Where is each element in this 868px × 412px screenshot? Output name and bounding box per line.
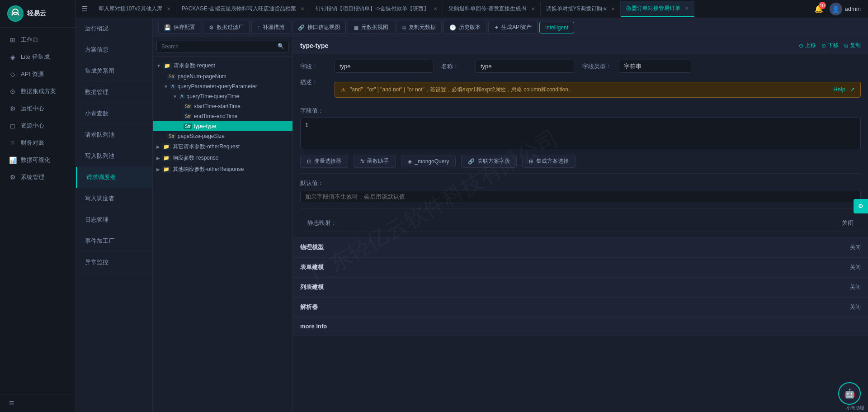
- chatbot-button[interactable]: 🤖: [838, 382, 861, 405]
- tab-1[interactable]: 即入库对接107v2其他入库 ✕: [93, 1, 176, 16]
- sidebar-item-resource[interactable]: ◻ 资源中心: [0, 117, 75, 134]
- default-value-input[interactable]: [300, 190, 861, 203]
- sidebar-item-system[interactable]: ⚙ 系统管理: [0, 169, 75, 186]
- warning-icon: ⚠: [340, 86, 346, 94]
- sidebar-item-lite[interactable]: ◈ Lite 轻集成: [0, 48, 75, 66]
- history-button[interactable]: 🕐 历史版本: [443, 21, 486, 34]
- left-panel-overview[interactable]: 运行概况: [76, 18, 152, 39]
- var-selector-label: 变量选择器: [314, 157, 341, 165]
- settings-gear-button[interactable]: ⚙: [854, 199, 868, 213]
- sidebar-footer[interactable]: ☰: [0, 394, 75, 412]
- list-build-value: 关闭: [850, 284, 861, 291]
- left-panel-exception-monitor[interactable]: 异常监控: [76, 252, 152, 273]
- sidebar-item-data-viz[interactable]: 📊 数据可视化: [0, 152, 75, 169]
- sidebar-item-data-integration[interactable]: ⊙ 数据集成方案: [0, 83, 75, 100]
- tree-node-response[interactable]: ▶ 📁 响应参数-response: [153, 152, 292, 164]
- tree-node-other-response[interactable]: ▶ 📁 其他响应参数-otherResponse: [153, 164, 292, 175]
- field-value-row: 字段值： 1: [300, 107, 861, 149]
- tree-node-request-params[interactable]: ▼ 📁 请求参数-request: [153, 60, 292, 71]
- tree-node-type-type[interactable]: Str type-type: [153, 121, 292, 131]
- left-panel-xiao-qing[interactable]: 小青查数: [76, 103, 152, 124]
- meta-view-button[interactable]: ▦ 元数据视图: [348, 21, 394, 34]
- name-input[interactable]: [476, 60, 575, 73]
- more-info-section[interactable]: more info: [293, 317, 868, 336]
- tab-2-close[interactable]: ✕: [301, 6, 304, 11]
- folder-icon-other-req: 📁: [162, 143, 171, 150]
- parser-section[interactable]: 解析器 关闭: [293, 297, 868, 317]
- left-panel-log-mgmt[interactable]: 日志管理: [76, 209, 152, 231]
- move-down-button[interactable]: ⊙ 下移: [821, 42, 839, 49]
- resource-icon: ◻: [9, 122, 16, 129]
- left-panel-request-scheduler[interactable]: 请求调度者: [76, 167, 152, 188]
- tree-node-other-request[interactable]: ▶ 📁 其它请求参数-otherRequest: [153, 141, 292, 152]
- tab-4[interactable]: 采购退料单回传-赛意直接生成-N ✕: [443, 1, 541, 16]
- history-icon: 🕐: [449, 24, 456, 31]
- data-filter-button[interactable]: ⚙ 数据过滤厂: [203, 21, 250, 34]
- func-helper-button[interactable]: fx 函数助手: [354, 155, 396, 168]
- left-panel-write-scheduler[interactable]: 写入调度者: [76, 188, 152, 209]
- sidebar-item-finance[interactable]: ≡ 财务对账: [0, 134, 75, 152]
- move-up-button[interactable]: ⊙ 上移: [799, 42, 816, 49]
- form-build-section[interactable]: 表单建模 关闭: [293, 257, 868, 277]
- divider-1: [300, 173, 861, 174]
- tab-3-close[interactable]: ✕: [434, 6, 437, 11]
- field-input[interactable]: [335, 60, 434, 73]
- save-config-button[interactable]: 💾 保存配置: [158, 21, 201, 34]
- tab-6-close[interactable]: ✕: [685, 6, 689, 11]
- gen-api-button[interactable]: ✦ 生成API资产: [488, 21, 538, 34]
- folder-icon-other-resp: 📁: [162, 166, 171, 173]
- list-build-label: 列表建模: [300, 283, 324, 291]
- var-selector-button[interactable]: ⊡ 变量选择器: [300, 155, 348, 168]
- tab-2[interactable]: PACKAGE-金螺云星辰物料写入旺店通货品档案 ✕: [176, 1, 310, 16]
- notification-bell[interactable]: 🔔 10: [814, 5, 823, 13]
- copy-data-button[interactable]: ⧉ 复制元数据: [396, 21, 442, 34]
- left-panel-relation[interactable]: 集成关系图: [76, 61, 152, 82]
- sidebar-item-workbench[interactable]: ⊞ 工作台: [0, 31, 75, 48]
- tab-4-close[interactable]: ✕: [531, 6, 535, 11]
- intelligent-button[interactable]: intelligent: [539, 22, 574, 33]
- left-panel-event-factory[interactable]: 事件加工厂: [76, 231, 152, 252]
- left-panel-request-queue[interactable]: 请求队列池: [76, 124, 152, 146]
- type-type-label: type-type: [194, 123, 216, 129]
- copy-button[interactable]: ⧉ 复制: [844, 42, 861, 49]
- api-info-button[interactable]: 🔗 接口信息视图: [292, 21, 346, 34]
- supplement-button[interactable]: ↑ 补漏措施: [251, 21, 290, 34]
- relation-field-button[interactable]: 🔗 关联方案字段: [461, 155, 517, 168]
- user-avatar[interactable]: 👤 admin: [830, 3, 861, 15]
- menu-toggle[interactable]: ☰: [76, 1, 93, 17]
- mongo-icon: ◈: [408, 158, 412, 165]
- tree-node-start-time[interactable]: Str startTime-startTime: [153, 101, 292, 111]
- tab-5[interactable]: 调换单对接YS调拨订购-v ✕: [541, 1, 621, 16]
- tree-node-end-time[interactable]: Str endTime-endTime: [153, 111, 292, 121]
- str-badge-start: Str: [184, 104, 192, 109]
- left-panel-data-mgmt[interactable]: 数据管理: [76, 82, 152, 103]
- physical-model-section[interactable]: 物理模型 关闭: [293, 237, 868, 257]
- sidebar-item-api[interactable]: ◇ API 资源: [0, 66, 75, 83]
- expand-arrow-other-req: ▶: [156, 144, 160, 149]
- tab-5-label: 调换单对接YS调拨订购-v: [546, 5, 607, 13]
- physical-model-value: 关闭: [850, 244, 861, 251]
- search-input[interactable]: [156, 41, 289, 52]
- tab-1-close[interactable]: ✕: [167, 6, 170, 11]
- gear-icon: ⚙: [858, 203, 863, 209]
- list-build-section[interactable]: 列表建模 关闭: [293, 277, 868, 297]
- tree-node-page-num[interactable]: Str pageNum-pageNum: [153, 71, 292, 81]
- tab-6[interactable]: 微盟订单对接管易订单 ✕: [621, 1, 694, 17]
- tree-node-query-time[interactable]: ▼ A queryTime-queryTime: [153, 91, 292, 101]
- help-link[interactable]: Help: [833, 86, 845, 93]
- detail-header: type-type ⊙ 上移 ⊙ 下移: [293, 37, 868, 54]
- mongo-query-button[interactable]: ◈ _mongoQuery: [401, 156, 456, 167]
- tree-node-page-size[interactable]: Str pageSize-pageSize: [153, 131, 292, 141]
- field-type-select[interactable]: 字符串 数字 布尔: [619, 60, 691, 73]
- sidebar-item-ops[interactable]: ⚙ 运维中心: [0, 100, 75, 117]
- solution-select-button[interactable]: ⊞ 集成方案选择: [522, 155, 576, 168]
- tree-node-query-param[interactable]: ▼ A queryParameter-queryParameter: [153, 81, 292, 91]
- detail-panel: type-type ⊙ 上移 ⊙ 下移: [293, 37, 868, 412]
- tab-3[interactable]: 钉钉报销【项目报销单】->金蝶付款单【班西】 ✕: [310, 1, 443, 16]
- static-map-value: 关闭: [842, 219, 854, 227]
- left-panel-solution[interactable]: 方案信息: [76, 39, 152, 61]
- tree-panel: 🔍 ▼ 📁 请求参数-request Str: [153, 37, 293, 412]
- sidebar-lite-label: Lite 轻集成: [21, 53, 50, 61]
- tab-5-close[interactable]: ✕: [611, 6, 615, 11]
- left-panel-write-queue[interactable]: 写入队列池: [76, 146, 152, 167]
